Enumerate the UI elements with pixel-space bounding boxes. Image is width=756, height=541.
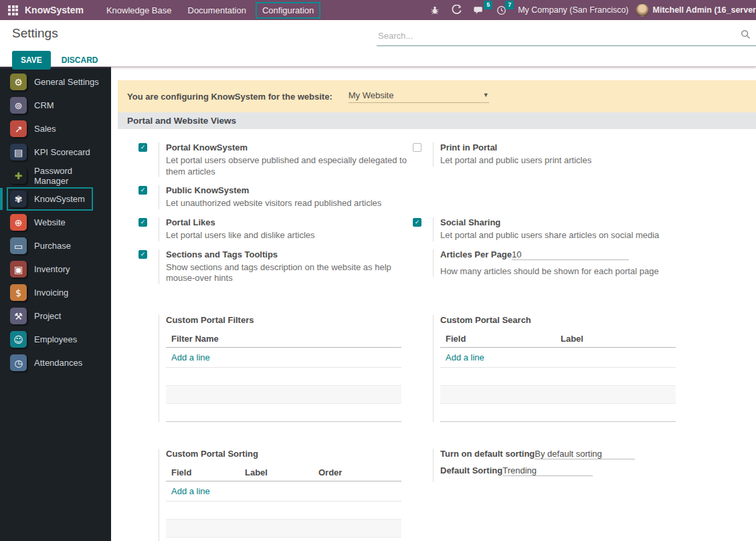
column-header: Label [245, 467, 318, 477]
save-button[interactable]: SAVE [12, 51, 51, 70]
messages-badge: 5 [484, 1, 492, 9]
sidebar-item-label: Purchase [34, 241, 71, 251]
social-sharing-checkbox[interactable] [413, 218, 421, 227]
table-empty-row [440, 404, 676, 422]
website-select[interactable]: My Website ▼ [349, 90, 489, 103]
table-empty-row [440, 368, 676, 386]
setting-desc: Let portal users like and dislike articl… [166, 230, 412, 241]
user-menu[interactable]: Mitchell Admin (16_server [653, 5, 756, 15]
setting-title: Sections and Tags Tooltips [166, 249, 413, 259]
column-header: Order [318, 467, 342, 477]
settings-sidebar: ⚙General Settings ⊚CRM ↗Sales ▤KPI Score… [0, 67, 111, 541]
add-a-line-link[interactable]: Add a line [166, 348, 401, 368]
sidebar-item-label: Inventory [34, 264, 70, 274]
table-empty-row [166, 404, 401, 422]
print-in-portal-checkbox[interactable] [413, 143, 421, 152]
discard-button[interactable]: DISCARD [62, 56, 98, 65]
project-icon: ⚒ [10, 308, 27, 324]
setting-desc: Let portal and public users share articl… [440, 230, 686, 241]
page-title: Settings [12, 26, 58, 41]
sidebar-item-purchase[interactable]: ▭Purchase [0, 234, 111, 257]
default-sorting-toggle-input[interactable]: By default sorting [535, 449, 635, 459]
sidebar-item-inventory[interactable]: ▣Inventory [0, 257, 111, 281]
setting-desc: Show sections and tags description on th… [166, 262, 412, 284]
control-panel: Settings SAVE DISCARD [0, 20, 756, 67]
sidebar-item-general-settings[interactable]: ⚙General Settings [0, 70, 111, 94]
sidebar-item-employees[interactable]: ☺Employees [0, 328, 111, 351]
default-sorting-input[interactable]: Trending [502, 465, 593, 476]
sidebar-item-label: Employees [34, 334, 77, 344]
top-navbar: KnowSystem Knowledge Base Documentation … [0, 0, 756, 20]
table-empty-row [440, 386, 676, 404]
activities-clock-icon[interactable]: 7 [496, 5, 506, 15]
sidebar-item-label: Invoicing [34, 288, 68, 298]
table-empty-row [166, 386, 401, 404]
setting-portal-likes: Portal Likes Let portal users like and d… [138, 217, 413, 241]
sidebar-item-label: CRM [34, 100, 54, 110]
menu-documentation[interactable]: Documentation [181, 2, 253, 19]
messages-chat-icon[interactable]: 5 [474, 5, 485, 15]
purchase-card-icon: ▭ [10, 237, 27, 254]
setting-title: Portal Likes [166, 217, 413, 227]
globe-icon: ⊕ [10, 214, 27, 231]
sidebar-item-invoicing[interactable]: $Invoicing [0, 281, 111, 304]
default-sorting-toggle-label: Turn on default sorting [440, 449, 535, 459]
portal-knowsystem-checkbox[interactable] [138, 143, 147, 152]
custom-portal-search-table: Custom Portal Search Field Label Add a l… [440, 315, 676, 422]
sidebar-item-label: General Settings [34, 77, 99, 87]
sidebar-item-crm[interactable]: ⊚CRM [0, 94, 111, 117]
menu-knowledge-base[interactable]: Knowledge Base [100, 2, 179, 19]
column-header: Field [446, 334, 561, 344]
sidebar-item-attendances[interactable]: ◷Attendances [0, 351, 111, 374]
apps-grid-icon[interactable] [8, 5, 18, 15]
column-header: Filter Name [171, 334, 219, 344]
section-header: Portal and Website Views [118, 112, 756, 129]
sidebar-item-knowsystem[interactable]: ✾KnowSystem [0, 187, 111, 211]
sidebar-item-password-manager[interactable]: ✚Password Manager [0, 164, 111, 187]
table-title: Custom Portal Filters [166, 315, 401, 325]
loop-refresh-icon[interactable] [451, 5, 462, 16]
setting-custom-portal-filters: Custom Portal Filters Filter Name Add a … [138, 315, 413, 422]
setting-desc: Let portal users observe published and e… [166, 155, 412, 177]
articles-per-page-input[interactable]: 10 [512, 249, 629, 260]
setting-articles-per-page: Articles Per Page10 How many articles sh… [413, 249, 756, 278]
sidebar-item-label: Sales [34, 124, 56, 134]
debug-bug-icon[interactable] [430, 5, 440, 15]
sidebar-item-project[interactable]: ⚒Project [0, 304, 111, 328]
articles-per-page-label: Articles Per Page [440, 249, 512, 259]
setting-title: Portal KnowSystem [166, 142, 413, 152]
search-input[interactable] [378, 31, 741, 41]
setting-portal-knowsystem: Portal KnowSystem Let portal users obser… [138, 142, 413, 177]
crm-handshake-icon: ⊚ [10, 97, 27, 114]
sidebar-item-sales[interactable]: ↗Sales [0, 117, 111, 140]
public-knowsystem-checkbox[interactable] [138, 186, 147, 195]
table-empty-row [166, 538, 401, 541]
setting-desc: How many articles should be shown for ea… [440, 266, 686, 278]
setting-print-in-portal: Print in Portal Let portal and public us… [413, 142, 756, 167]
setting-custom-portal-search: Custom Portal Search Field Label Add a l… [413, 315, 756, 422]
user-avatar[interactable] [636, 3, 649, 17]
sidebar-item-label: Website [34, 217, 66, 227]
systray: 5 7 My Company (San Francisco) Mitchell … [430, 3, 756, 17]
app-name[interactable]: KnowSystem [25, 5, 84, 15]
sidebar-item-website[interactable]: ⊕Website [0, 211, 111, 234]
search-icon[interactable] [741, 29, 751, 42]
menu-configuration[interactable]: Configuration [256, 2, 320, 19]
sections-tooltips-checkbox[interactable] [138, 250, 147, 259]
setting-custom-portal-sorting: Custom Portal Sorting Field Label Order … [138, 449, 413, 541]
custom-portal-filters-table: Custom Portal Filters Filter Name Add a … [166, 315, 401, 422]
search-box [377, 28, 756, 46]
sidebar-item-label: KnowSystem [34, 194, 85, 204]
setting-public-knowsystem: Public KnowSystem Let unauthorized websi… [138, 185, 413, 209]
setting-title: Public KnowSystem [166, 185, 413, 195]
add-a-line-link[interactable]: Add a line [166, 481, 401, 502]
company-switcher[interactable]: My Company (San Francisco) [518, 5, 628, 15]
sidebar-item-kpi-scorecard[interactable]: ▤KPI Scorecard [0, 140, 111, 164]
sidebar-item-label: Password Manager [34, 166, 103, 186]
chevron-down-icon: ▼ [483, 92, 489, 98]
attendance-clock-icon: ◷ [10, 354, 27, 371]
gear-icon: ⚙ [10, 74, 27, 90]
add-a-line-link[interactable]: Add a line [440, 348, 676, 368]
sidebar-item-label: Attendances [34, 358, 82, 368]
portal-likes-checkbox[interactable] [138, 218, 147, 227]
